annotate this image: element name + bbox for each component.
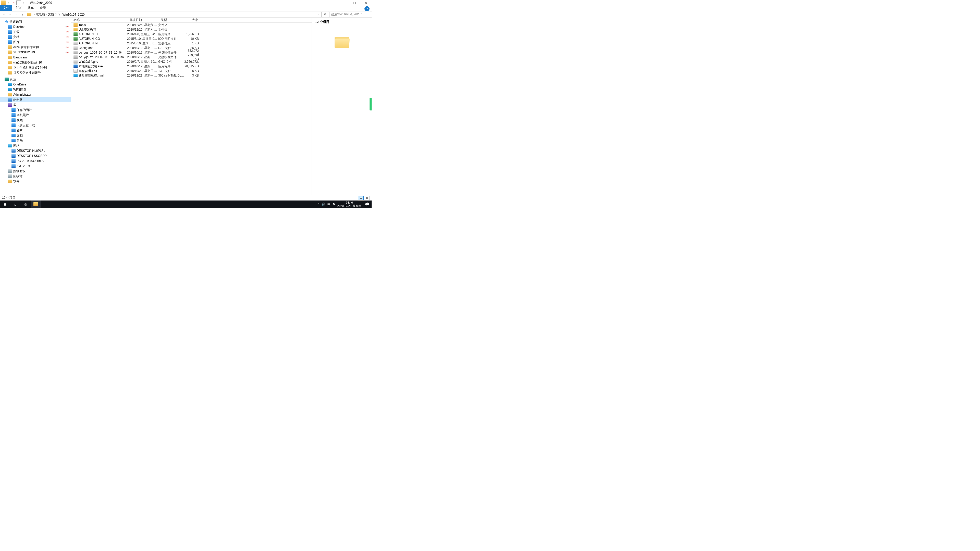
details-view-button[interactable]: ☰ — [358, 196, 364, 200]
clock[interactable]: 14:40 2020/12/26, 星期六 — [337, 201, 361, 207]
navtree-item[interactable]: 天翼云盘下载 — [0, 123, 71, 128]
navtree-item[interactable]: YUNQISHI2019📌 — [0, 50, 71, 55]
explorer-taskbar-icon[interactable] — [30, 200, 41, 208]
navtree-item[interactable]: 库 — [0, 102, 71, 107]
ribbon-tab[interactable]: 主页 — [12, 5, 24, 11]
side-slider-handle[interactable] — [369, 98, 372, 110]
search-button[interactable]: ⌕ — [10, 200, 21, 208]
volume-icon[interactable]: 🔊 — [321, 203, 325, 206]
navtree-item[interactable]: PC-20190530OBLA — [0, 159, 71, 164]
ribbon-tab[interactable]: 共享 — [24, 5, 37, 11]
qat-new-icon[interactable] — [16, 0, 21, 5]
status-text: 12 个项目 — [2, 196, 16, 200]
column-type[interactable]: 类型 — [158, 18, 184, 22]
minimize-button[interactable]: ─ — [337, 0, 348, 6]
navtree-item[interactable]: 网络 — [0, 143, 71, 148]
navtree-item[interactable]: 视频 — [0, 118, 71, 123]
file-row[interactable]: Tools2020/12/26, 星期六 1...文件夹 — [71, 23, 312, 27]
navtree-item[interactable]: Administrator — [0, 92, 71, 97]
notifications-button[interactable]: 💬3 — [363, 203, 370, 206]
qat-delete-icon[interactable]: ✕ — [11, 0, 16, 5]
help-icon[interactable]: ? — [364, 6, 369, 11]
navigation-tree[interactable]: 快速访问Desktop📌下载📌文档📌图片📌excel表格制作求和📌YUNQISH… — [0, 17, 71, 195]
maximize-button[interactable]: ▢ — [348, 0, 360, 6]
breadcrumb[interactable]: › 此电脑 › 文档 (E:) › Win10x64_2020 › ⌄ — [26, 12, 321, 17]
item-count: 12 个项目 — [315, 20, 329, 24]
file-row[interactable]: 本地硬盘安装.exe2020/10/12, 星期一 1...应用程序28,315… — [71, 64, 312, 68]
navtree-item[interactable]: 下载📌 — [0, 29, 71, 35]
close-button[interactable]: ✕ — [360, 0, 372, 6]
navtree-item[interactable]: 软件 — [0, 179, 71, 184]
column-date[interactable]: 修改日期 — [127, 18, 158, 22]
pin-icon: 📌 — [65, 30, 69, 34]
pin-icon: 📌 — [65, 51, 69, 54]
ime-icon[interactable]: 中 — [328, 202, 331, 206]
breadcrumb-item[interactable]: 文档 (E:) — [48, 12, 60, 17]
ribbon-tab[interactable]: 查看 — [37, 5, 49, 11]
navtree-item[interactable]: Desktop📌 — [0, 24, 71, 29]
ic-blue-icon — [11, 139, 16, 142]
security-icon[interactable]: ⚑ — [332, 203, 335, 206]
task-view-button[interactable]: ⎚ — [21, 200, 30, 208]
navtree-label: 保存的图片 — [17, 108, 32, 112]
file-row[interactable]: AUTORUN.EXE2016/1/8, 星期五 04:...应用程序1,926… — [71, 32, 312, 37]
nav-recent-dropdown[interactable]: ⌄ — [14, 12, 19, 17]
file-row[interactable]: U盘安装教程2020/12/26, 星期六 1...文件夹 — [71, 27, 312, 32]
ic-folder-icon — [8, 45, 12, 49]
icons-view-button[interactable]: ▦ — [364, 196, 369, 200]
ic-blue-icon — [11, 124, 16, 127]
ic-pc-icon — [11, 164, 16, 168]
navtree-item[interactable]: 图片 — [0, 128, 71, 133]
file-type: 光盘映像文件 — [158, 55, 184, 59]
navtree-item[interactable]: DESKTOP-LSSOEDP — [0, 153, 71, 159]
search-input[interactable]: 搜索"Win10x64_2020" — [329, 12, 370, 17]
ribbon-tab[interactable]: 文件 — [0, 5, 12, 11]
navtree-item[interactable]: 文档 — [0, 133, 71, 138]
nav-forward-button[interactable]: → — [8, 12, 13, 17]
refresh-button[interactable]: ⟳ — [323, 12, 328, 17]
file-row[interactable]: AUTORUN.INF2015/5/10, 星期日 02...安装信息1 KB — [71, 41, 312, 46]
navtree-item[interactable]: 华为手机时间设置24小时 — [0, 65, 71, 70]
navtree-label: 快速访问 — [10, 20, 22, 24]
navtree-item[interactable]: DESKTOP-HL0PLFL — [0, 148, 71, 153]
nav-up-button[interactable]: ↑ — [20, 12, 25, 17]
navtree-item[interactable]: excel表格制作求和📌 — [0, 44, 71, 50]
navtree-item[interactable]: 本机照片 — [0, 113, 71, 118]
breadcrumb-item[interactable]: Win10x64_2020 — [62, 13, 85, 16]
navtree-item[interactable]: WPS网盘 — [0, 87, 71, 92]
qat-properties-icon[interactable]: ✓ — [6, 0, 11, 5]
navtree-item[interactable]: OneDrive — [0, 82, 71, 87]
file-row[interactable]: AUTORUN.ICO2015/5/10, 星期日 02...ICO 图片文件1… — [71, 37, 312, 41]
navtree-item[interactable]: 音乐 — [0, 138, 71, 143]
tray-chevron-icon[interactable]: ˄ — [318, 203, 320, 206]
qat-dropdown-icon[interactable]: ▾ — [21, 0, 26, 5]
breadcrumb-item[interactable]: 此电脑 — [36, 12, 45, 17]
navtree-item[interactable]: 快速访问 — [0, 19, 71, 24]
ic-blue-icon — [11, 108, 16, 112]
navtree-item[interactable]: 保存的图片 — [0, 107, 71, 113]
navtree-item[interactable]: 图片📌 — [0, 40, 71, 44]
navtree-item[interactable]: 拼多多怎么注销账号 — [0, 70, 71, 75]
address-dropdown-icon[interactable]: ⌄ — [317, 13, 320, 16]
file-row[interactable]: 光盘说明.TXT2016/10/23, 星期日 0...TXT 文件5 KB — [71, 68, 312, 73]
qat-folder-icon[interactable] — [1, 0, 6, 5]
file-row[interactable]: 硬盘安装教程.html2016/11/21, 星期一 2...360 se HT… — [71, 73, 312, 78]
navtree-item[interactable]: 此电脑 — [0, 97, 71, 102]
file-row[interactable]: pe_yqs_xp_20_07_31_15_53.iso2020/10/12, … — [71, 55, 312, 59]
navtree-item[interactable]: win10重装64位win10 — [0, 60, 71, 65]
navtree-item[interactable]: 文档📌 — [0, 35, 71, 40]
ic-cloud-icon — [8, 83, 12, 86]
start-button[interactable]: ⊞ — [0, 200, 10, 208]
file-name: 硬盘安装教程.html — [79, 73, 127, 78]
file-date: 2019/9/7, 星期六 19:... — [127, 60, 158, 64]
navtree-item[interactable]: ZMT2019 — [0, 164, 71, 168]
nav-back-button[interactable]: ← — [2, 12, 6, 17]
ic-folder-icon — [8, 93, 12, 97]
navtree-item[interactable]: Bandicam — [0, 55, 71, 60]
column-name[interactable]: 名称 — [71, 18, 127, 22]
navtree-item[interactable]: 回收站 — [0, 174, 71, 179]
file-row[interactable]: Win10x64.gho2019/9/7, 星期六 19:...GHO 文件3,… — [71, 59, 312, 64]
navtree-item[interactable]: 桌面 — [0, 77, 71, 82]
column-size[interactable]: 大小 — [184, 18, 201, 22]
navtree-item[interactable]: 控制面板 — [0, 168, 71, 174]
